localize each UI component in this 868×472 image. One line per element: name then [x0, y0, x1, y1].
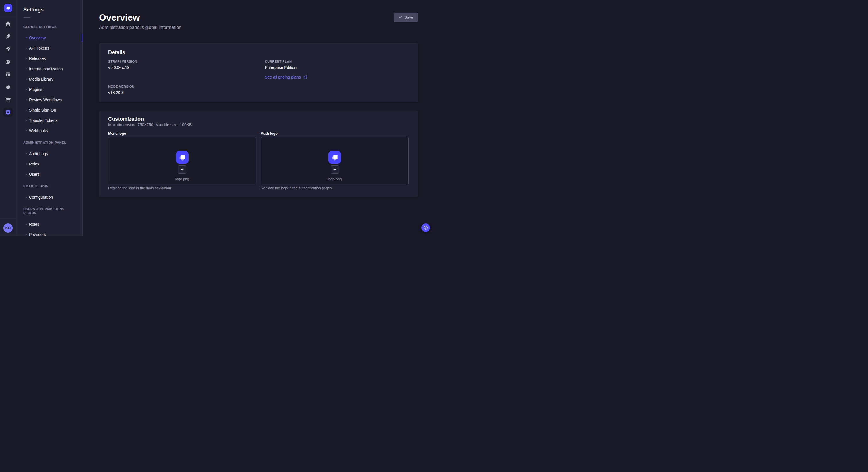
field-label: NODE VERSION	[108, 85, 252, 89]
bullet-icon	[26, 120, 27, 121]
field-value: v18.20.3	[108, 90, 252, 95]
main-nav-rail: KD	[0, 0, 17, 236]
shopping-cart-icon[interactable]	[3, 95, 12, 104]
bullet-icon	[26, 78, 27, 80]
page-subtitle: Administration panel’s global informatio…	[99, 25, 418, 30]
paper-plane-icon[interactable]	[3, 44, 12, 54]
nav-section-label: ADMINISTRATION PANEL	[17, 140, 82, 144]
bullet-icon	[26, 109, 27, 111]
settings-nav-item-up-roles[interactable]: Roles	[17, 219, 82, 229]
bullet-icon	[26, 68, 27, 69]
settings-subnav: Settings GLOBAL SETTINGS Overview API To…	[17, 0, 83, 236]
rail-brand-section	[0, 0, 16, 16]
help-button[interactable]	[422, 224, 430, 232]
settings-nav-item-api-tokens[interactable]: API Tokens	[17, 43, 82, 53]
nav-item-label: Releases	[29, 56, 45, 61]
main-content: Overview Administration panel’s global i…	[83, 0, 434, 236]
auth-logo-dropzone[interactable]: logo.png	[261, 137, 409, 184]
save-button[interactable]: Save	[394, 12, 418, 22]
active-indicator	[82, 34, 82, 42]
bullet-icon	[26, 130, 27, 131]
settings-nav-item-webhooks[interactable]: Webhooks	[17, 126, 82, 136]
nav-section-administration-panel: ADMINISTRATION PANEL Audit Logs Roles Us…	[17, 140, 82, 179]
customization-constraints: Max dimension: 750×750, Max file size: 1…	[108, 122, 409, 127]
page-title: Overview	[99, 12, 418, 22]
nav-item-label: Users	[29, 172, 40, 177]
settings-nav-item-plugins[interactable]: Plugins	[17, 84, 82, 95]
settings-nav-item-internationalization[interactable]: Internationalization	[17, 64, 82, 74]
bullet-icon	[26, 174, 27, 175]
rail-nav	[3, 16, 12, 117]
nav-item-label: Configuration	[29, 195, 53, 200]
nav-item-label: Media Library	[29, 77, 53, 81]
nav-section-label: GLOBAL SETTINGS	[17, 25, 82, 29]
settings-nav-item-audit-logs[interactable]: Audit Logs	[17, 148, 82, 159]
logo-input-label: Auth logo	[261, 131, 409, 136]
settings-nav-item-users[interactable]: Users	[17, 169, 82, 179]
add-auth-logo-button[interactable]	[331, 165, 339, 174]
menu-logo-input: Menu logo logo.png	[108, 131, 256, 191]
settings-nav-item-configuration[interactable]: Configuration	[17, 192, 82, 202]
settings-nav-item-media-library[interactable]: Media Library	[17, 74, 82, 84]
pricing-plans-link[interactable]: See all pricing plans	[265, 75, 307, 79]
settings-nav-item-review-workflows[interactable]: Review Workflows	[17, 95, 82, 105]
page-header: Overview Administration panel’s global i…	[99, 0, 418, 30]
customization-card: Customization Max dimension: 750×750, Ma…	[99, 111, 418, 197]
nav-item-label: Providers	[29, 232, 46, 236]
logo-input-label: Menu logo	[108, 131, 256, 136]
user-avatar[interactable]: KD	[3, 224, 12, 233]
settings-nav-item-admin-roles[interactable]: Roles	[17, 159, 82, 169]
layout-icon[interactable]	[3, 70, 12, 79]
bullet-icon	[26, 234, 27, 235]
nav-item-label: Transfer Tokens	[29, 118, 58, 123]
pricing-plans-link-label: See all pricing plans	[265, 75, 301, 79]
field-value: Enterprise Edition	[265, 65, 409, 70]
question-mark-icon	[423, 225, 428, 230]
rail-user-section: KD	[0, 220, 16, 236]
settings-nav-item-overview[interactable]: Overview	[17, 33, 82, 43]
nav-item-label: Audit Logs	[29, 151, 48, 156]
home-icon[interactable]	[3, 19, 12, 28]
strapi-version-field: STRAPI VERSION v5.0.0-rc.19	[108, 60, 252, 70]
pictures-icon[interactable]	[3, 57, 12, 66]
cloud-icon[interactable]	[3, 82, 12, 92]
strapi-settings-page: { "colors": { "background": "#181826", "…	[0, 0, 434, 236]
settings-nav-item-transfer-tokens[interactable]: Transfer Tokens	[17, 115, 82, 126]
nav-item-label: Overview	[29, 36, 45, 40]
subnav-title: Settings	[17, 7, 82, 12]
add-menu-logo-button[interactable]	[178, 165, 186, 174]
strapi-logo-icon[interactable]	[4, 4, 12, 12]
settings-nav-item-releases[interactable]: Releases	[17, 53, 82, 64]
strapi-logo-preview	[329, 151, 341, 164]
subnav-title-divider	[24, 17, 30, 18]
nav-section-label: EMAIL PLUGIN	[17, 184, 82, 188]
field-value: v5.0.0-rc.19	[108, 65, 252, 70]
settings-nav-item-providers[interactable]: Providers	[17, 229, 82, 236]
details-right-column: CURRENT PLAN Enterprise Edition See all …	[265, 60, 409, 95]
settings-nav-item-single-sign-on[interactable]: Single Sign-On	[17, 105, 82, 115]
bullet-icon	[26, 224, 27, 225]
nav-item-label: Internationalization	[29, 67, 63, 71]
bullet-icon	[26, 164, 27, 165]
menu-logo-dropzone[interactable]: logo.png	[108, 137, 256, 184]
menu-logo-filename: logo.png	[175, 177, 189, 181]
feather-icon[interactable]	[3, 32, 12, 41]
node-version-field: NODE VERSION v18.20.3	[108, 85, 252, 95]
details-left-column: STRAPI VERSION v5.0.0-rc.19 NODE VERSION…	[108, 60, 252, 95]
details-card-title: Details	[108, 49, 409, 56]
menu-logo-caption: Replace the logo in the main navigation	[108, 186, 256, 191]
details-card: Details STRAPI VERSION v5.0.0-rc.19 NODE…	[99, 43, 418, 102]
nav-section-global-settings: GLOBAL SETTINGS Overview API Tokens Rele…	[17, 25, 82, 136]
nav-section-users-permissions-plugin: USERS & PERMISSIONS PLUGIN Roles Provide…	[17, 207, 82, 236]
check-icon	[398, 15, 402, 19]
nav-item-label: Roles	[29, 222, 39, 227]
nav-item-label: API Tokens	[29, 46, 50, 50]
strapi-logo-preview	[176, 151, 189, 164]
bullet-icon	[26, 99, 27, 100]
customization-card-title: Customization	[108, 116, 409, 122]
bullet-icon	[26, 58, 27, 59]
bullet-icon	[26, 197, 27, 198]
nav-item-label: Review Workflows	[29, 98, 62, 102]
nav-item-label: Webhooks	[29, 129, 48, 133]
gear-icon[interactable]	[3, 107, 12, 117]
